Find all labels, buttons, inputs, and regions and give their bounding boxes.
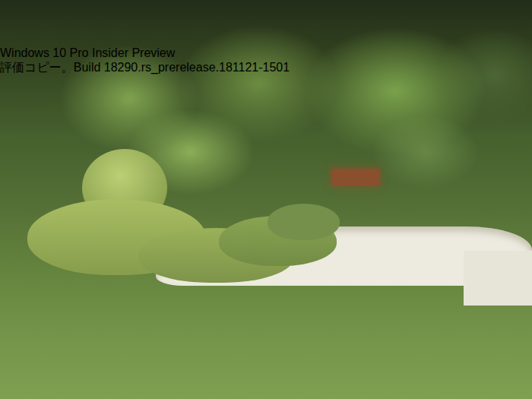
wallpaper-distant-roof <box>331 169 380 185</box>
watermark-line1: Windows 10 Pro Insider Preview <box>0 46 290 60</box>
wallpaper-bush <box>325 195 428 240</box>
wallpaper-gravel-right <box>464 251 532 306</box>
insider-watermark: Windows 10 Pro Insider Preview 評価コピー。Bui… <box>0 46 290 76</box>
desktop: ♻ ごみ箱 たまに使う Windows 10 Pro Insider Previ… <box>0 0 532 399</box>
watermark-line2: 評価コピー。Build 18290.rs_prerelease.181121-1… <box>0 60 290 76</box>
